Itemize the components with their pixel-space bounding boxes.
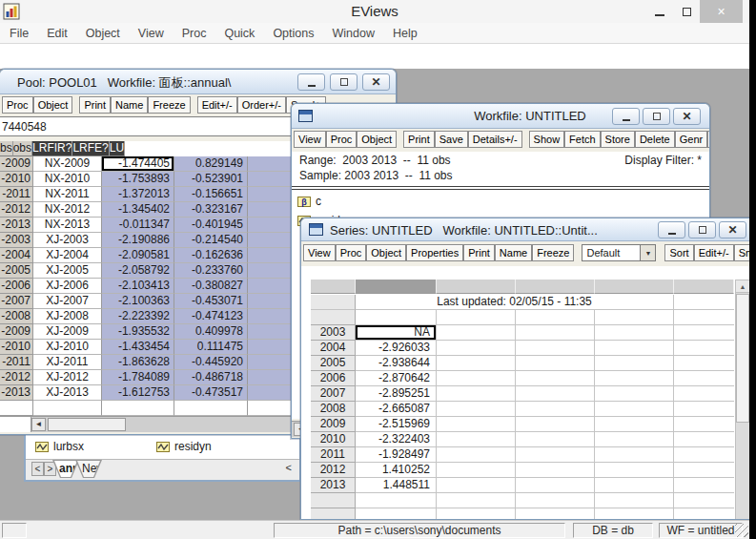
empty-cell[interactable] <box>516 432 595 447</box>
pool-cell-lrfe[interactable]: -0.214540 <box>174 233 248 248</box>
pool-cell-obs[interactable]: XJ-2013 <box>33 385 102 401</box>
empty-cell[interactable] <box>595 508 674 520</box>
empty-cell[interactable] <box>437 508 516 520</box>
close-button[interactable]: × <box>700 0 743 23</box>
empty-cell[interactable] <box>516 417 595 432</box>
empty-cell[interactable] <box>437 463 516 478</box>
pool-row-header[interactable] <box>0 401 33 416</box>
pool-row-header[interactable]: -2004 <box>0 248 33 263</box>
pool-column-header[interactable]: bs <box>0 141 13 156</box>
series-row-header[interactable]: 2008 <box>311 402 356 417</box>
toolbar-button[interactable]: Fetch <box>564 131 601 148</box>
series-vertical-scrollbar[interactable]: ▲ <box>735 280 750 520</box>
series-row-header[interactable]: 2010 <box>311 432 356 447</box>
empty-cell[interactable] <box>437 386 516 402</box>
toolbar-button[interactable]: Print <box>403 131 435 148</box>
pool-cell-obs[interactable]: XJ-2003 <box>33 233 102 248</box>
series-row-header[interactable]: 2004 <box>311 341 356 356</box>
workfile-restore-button[interactable] <box>643 108 670 125</box>
empty-cell[interactable] <box>516 325 595 341</box>
maximize-button[interactable] <box>673 0 700 23</box>
series-column-header-selected[interactable] <box>356 280 437 294</box>
workfile-close-button[interactable]: ✕ <box>673 108 701 125</box>
pool-cell-lrfir[interactable]: -2.100363 <box>102 294 174 309</box>
empty-cell[interactable] <box>437 478 516 493</box>
empty-cell[interactable] <box>595 402 674 417</box>
tab-scroll-left-icon[interactable]: < <box>286 462 292 473</box>
view-select-value[interactable]: Default <box>582 244 641 261</box>
series-row-header[interactable]: 2007 <box>311 386 356 402</box>
empty-cell[interactable] <box>437 341 516 356</box>
series-value-cell[interactable]: NA <box>356 325 437 341</box>
empty-cell[interactable] <box>437 310 516 325</box>
pool-cell-obs[interactable] <box>33 401 102 416</box>
empty-cell[interactable] <box>516 447 595 463</box>
command-window[interactable] <box>0 45 749 69</box>
column-header[interactable] <box>674 280 734 294</box>
pool-cell-lrfir[interactable]: -1.433454 <box>102 340 174 355</box>
menu-item[interactable]: Quick <box>218 25 260 42</box>
empty-cell[interactable] <box>437 371 516 386</box>
empty-cell[interactable] <box>437 356 516 371</box>
corner-header[interactable] <box>311 280 356 294</box>
row-header[interactable] <box>311 295 356 310</box>
empty-cell[interactable] <box>516 310 595 325</box>
toolbar-button[interactable]: Proc <box>326 131 358 148</box>
empty-cell[interactable] <box>595 325 674 341</box>
column-header[interactable] <box>595 280 674 294</box>
empty-cell[interactable] <box>674 371 734 386</box>
pool-cell-lrfe[interactable]: -0.486718 <box>174 370 248 385</box>
empty-cell[interactable] <box>595 447 674 463</box>
menu-item[interactable]: Window <box>326 25 379 42</box>
pool-cell-lrfe[interactable] <box>174 401 248 416</box>
series-value-cell[interactable]: -2.938644 <box>356 356 437 371</box>
toolbar-button[interactable]: Object <box>33 96 73 114</box>
pool-cell-lrfe[interactable]: -0.380827 <box>174 279 248 294</box>
pool-cell-lrfe[interactable]: 0.111475 <box>174 340 248 355</box>
pool-cell-obs[interactable]: NX-2010 <box>33 172 102 187</box>
toolbar-button[interactable]: Show <box>529 131 565 148</box>
pool-row-header[interactable]: -2005 <box>0 263 33 279</box>
series-restore-button[interactable] <box>688 221 716 238</box>
menu-item[interactable]: File <box>4 25 34 42</box>
empty-cell[interactable] <box>595 310 674 325</box>
minimize-button[interactable] <box>646 0 673 23</box>
pool-cell-lrfe[interactable]: -0.162636 <box>174 248 248 263</box>
pool-column-header[interactable]: LRFIR? <box>32 141 72 156</box>
toolbar-button[interactable]: Name <box>111 96 148 114</box>
toolbar-button[interactable]: Name <box>495 244 532 261</box>
pool-cell-lrfe[interactable]: -0.474123 <box>174 309 248 324</box>
menu-item[interactable]: Proc <box>176 25 213 42</box>
pool-row-header[interactable]: -2007 <box>0 294 33 309</box>
resize-grip[interactable] <box>735 524 748 537</box>
pool-cell-obs[interactable]: XJ-2010 <box>33 340 102 355</box>
workfile-object-lurbsx[interactable]: lurbsx <box>35 437 84 456</box>
pool-cell-obs[interactable]: XJ-2007 <box>33 294 102 309</box>
toolbar-button[interactable]: Save <box>435 131 468 148</box>
series-value-cell[interactable]: -2.926033 <box>356 341 437 356</box>
toolbar-button[interactable]: Sample <box>707 131 710 148</box>
empty-cell[interactable] <box>595 341 674 356</box>
pool-row-header[interactable]: -2012 <box>0 370 33 385</box>
pool-cell-obs[interactable]: XJ-2004 <box>33 248 102 263</box>
series-value-cell[interactable]: -2.895251 <box>356 386 437 402</box>
empty-cell[interactable] <box>595 417 674 432</box>
empty-cell[interactable] <box>595 371 674 386</box>
pool-cell-lrfir[interactable]: -2.190886 <box>102 233 174 248</box>
empty-cell[interactable] <box>516 508 595 520</box>
pool-row-header[interactable]: -2003 <box>0 233 33 248</box>
menu-item[interactable]: Edit <box>41 25 73 42</box>
series-value-cell[interactable]: -1.928497 <box>356 447 437 463</box>
empty-cell[interactable] <box>674 432 734 447</box>
toolbar-button[interactable]: View <box>294 131 326 148</box>
pool-minimize-button[interactable] <box>297 73 325 91</box>
series-row-header[interactable]: 2012 <box>311 463 356 478</box>
empty-cell[interactable] <box>674 386 734 402</box>
toolbar-button[interactable]: Print <box>79 96 111 114</box>
pool-column-header[interactable]: LU <box>110 141 125 156</box>
empty-cell[interactable] <box>674 341 734 356</box>
empty-cell[interactable] <box>595 356 674 371</box>
empty-cell[interactable] <box>437 432 516 447</box>
empty-cell[interactable] <box>516 386 595 402</box>
workfile-title-bar[interactable]: Workfile: UNTITLED ✕ <box>292 104 709 129</box>
